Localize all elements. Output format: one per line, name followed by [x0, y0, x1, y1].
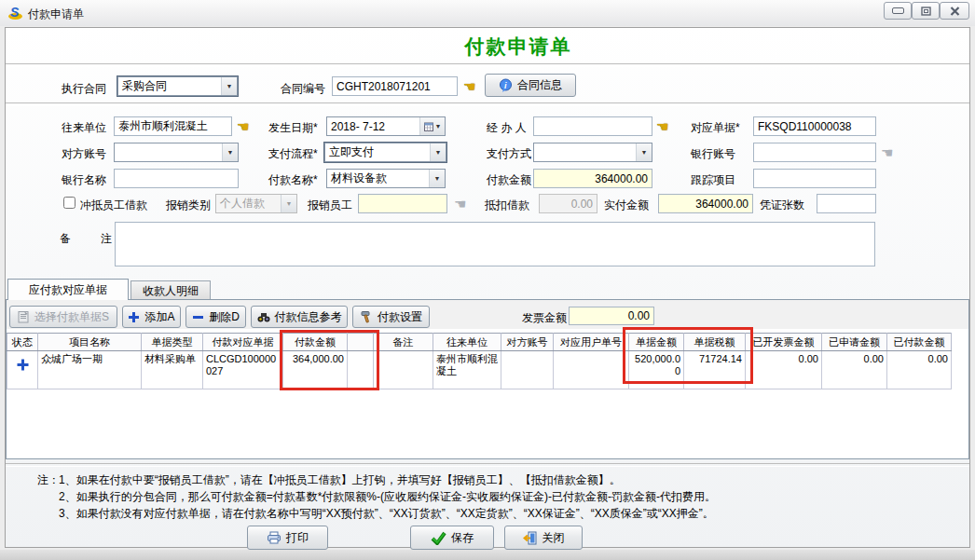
- cell-pay-amount[interactable]: 364,000.00: [283, 351, 348, 389]
- contract-info-button[interactable]: i 合同信息: [485, 74, 576, 97]
- partner-unit-input[interactable]: [114, 116, 232, 136]
- col-user-doc-no[interactable]: 对应用户单号: [554, 334, 629, 351]
- hand-picker-icon[interactable]: ☚: [463, 79, 475, 93]
- cell-remark[interactable]: [374, 351, 433, 389]
- ref-doc-input[interactable]: [753, 116, 876, 136]
- track-project-label: 跟踪项目: [691, 172, 735, 188]
- pay-name-select[interactable]: 材料设备款 ▼: [326, 169, 446, 188]
- calendar-icon: [424, 122, 433, 131]
- minimize-button[interactable]: [884, 2, 912, 20]
- exec-contract-select[interactable]: 采购合同 ▼: [117, 76, 238, 96]
- col-remark[interactable]: 备注: [374, 334, 433, 351]
- cell-user-doc-no[interactable]: [554, 351, 629, 389]
- handler-input[interactable]: [533, 116, 652, 136]
- minus-icon: [192, 311, 204, 323]
- pay-flow-label: 支付流程*: [268, 146, 318, 162]
- pay-settings-button[interactable]: 付款设置: [352, 306, 430, 328]
- chevron-down-icon: ▼: [221, 77, 237, 95]
- cell-counter-account[interactable]: [501, 351, 554, 389]
- col-project-name[interactable]: 项目名称: [38, 334, 142, 351]
- cell-doc-type[interactable]: 材料采购单: [142, 351, 203, 389]
- row-status-cell[interactable]: [7, 351, 38, 389]
- bank-name-input[interactable]: [114, 169, 239, 188]
- occur-date-picker[interactable]: 2018- 7-12 ▼: [326, 116, 446, 136]
- cell-doc-amount[interactable]: 520,000.00: [629, 351, 684, 389]
- col-paid-amount[interactable]: 已付款金额: [887, 334, 952, 351]
- invoice-amount-input[interactable]: [569, 307, 654, 325]
- col-blank[interactable]: [348, 334, 374, 351]
- tab-payable-docs[interactable]: 应付款对应单据: [7, 279, 129, 300]
- col-status[interactable]: 状态: [7, 334, 38, 351]
- bank-account-input[interactable]: [753, 143, 876, 162]
- pay-method-label: 支付方式: [487, 146, 531, 162]
- close-button[interactable]: [940, 2, 969, 20]
- divider: [6, 463, 969, 467]
- close-form-button[interactable]: 关闭: [504, 526, 583, 550]
- table-row[interactable]: 众城广场一期 材料采购单 CLCGD100000027 364,000.00 泰…: [7, 351, 952, 389]
- col-pay-amount[interactable]: 付款金额: [283, 334, 348, 351]
- window-titlebar: S 付款申请单: [0, 0, 975, 26]
- payment-request-window: S 付款申请单 付款申请单 执行合同 采购合同 ▼ 合同编号 ☚: [0, 0, 975, 560]
- chevron-down-icon: ▼: [281, 195, 296, 212]
- pay-flow-value: 立即支付: [329, 144, 374, 160]
- pay-info-ref-button[interactable]: 付款信息参考: [251, 306, 348, 328]
- offset-employee-loan-checkbox[interactable]: [63, 197, 76, 209]
- offset-employee-loan-label: 冲抵员工借款: [80, 198, 147, 213]
- bank-account-label: 银行账号: [691, 146, 735, 162]
- divider: [6, 63, 969, 67]
- cell-invoiced-amount[interactable]: 0.00: [746, 351, 822, 389]
- track-project-input[interactable]: [753, 169, 876, 188]
- chevron-down-icon: ▼: [636, 143, 652, 161]
- restore-button[interactable]: [912, 2, 940, 20]
- actual-pay-amount-input[interactable]: [658, 194, 753, 213]
- binoculars-icon: [257, 311, 270, 323]
- chevron-down-icon: ▼: [429, 170, 445, 187]
- col-doc-type[interactable]: 单据类型: [142, 334, 203, 351]
- col-requested-amount[interactable]: 已申请金额: [822, 334, 887, 351]
- occur-date-value: 2018- 7-12: [331, 120, 385, 133]
- cell-paid-amount[interactable]: 0.00: [887, 351, 952, 389]
- col-partner-unit[interactable]: 往来单位: [433, 334, 501, 351]
- divider: [6, 102, 969, 106]
- cell-pay-ref-doc[interactable]: CLCGD100000027: [203, 351, 283, 389]
- col-doc-tax[interactable]: 单据税额: [684, 334, 746, 351]
- save-label: 保存: [451, 530, 474, 546]
- col-pay-ref-doc[interactable]: 付款对应单据: [203, 334, 283, 351]
- pay-flow-select[interactable]: 立即支付 ▼: [324, 143, 446, 162]
- expense-employee-input[interactable]: [358, 194, 447, 213]
- pay-amount-input[interactable]: [533, 169, 652, 188]
- hand-picker-icon[interactable]: ☚: [656, 119, 668, 133]
- chevron-down-icon: ▼: [222, 143, 238, 161]
- remark-label: 备 注: [60, 231, 121, 247]
- save-button[interactable]: 保存: [410, 526, 494, 550]
- contract-no-input[interactable]: [332, 76, 458, 96]
- counter-account-label: 对方账号: [62, 146, 106, 162]
- cell-doc-tax[interactable]: 71724.14: [684, 351, 746, 389]
- counter-account-select[interactable]: ▼: [114, 143, 239, 162]
- print-button[interactable]: 打印: [247, 526, 328, 550]
- voucher-count-label: 凭证张数: [760, 198, 804, 213]
- cell-project-name[interactable]: 众城广场一期: [38, 351, 142, 389]
- hammer-icon: [360, 310, 373, 323]
- tab-payee-details[interactable]: 收款人明细: [130, 280, 211, 300]
- cell-partner-unit[interactable]: 泰州市顺利混凝土: [433, 351, 501, 389]
- cell-blank[interactable]: [348, 351, 374, 389]
- deduct-loan-input: [539, 194, 597, 213]
- col-counter-account[interactable]: 对方账号: [501, 334, 554, 351]
- voucher-count-input[interactable]: [817, 194, 876, 213]
- cell-requested-amount[interactable]: 0.00: [822, 351, 887, 389]
- remark-textarea[interactable]: [115, 222, 875, 266]
- delete-button[interactable]: 删除D: [185, 306, 246, 328]
- payable-docs-table: 状态 项目名称 单据类型 付款对应单据 付款金额 备注 往来单位 对方账号 对应…: [7, 333, 952, 389]
- chevron-down-icon: ▼: [430, 143, 446, 161]
- hand-picker-icon[interactable]: ☚: [237, 119, 249, 133]
- exit-door-icon: [523, 531, 538, 545]
- printer-icon: [267, 531, 282, 544]
- add-button[interactable]: 添加A: [122, 306, 181, 328]
- app-icon: S: [7, 5, 23, 20]
- table-header-row: 状态 项目名称 单据类型 付款对应单据 付款金额 备注 往来单位 对方账号 对应…: [7, 334, 952, 351]
- col-invoiced-amount[interactable]: 已开发票金额: [746, 334, 822, 351]
- page-title: 付款申请单: [0, 34, 975, 60]
- pay-method-select[interactable]: ▼: [533, 143, 652, 162]
- col-doc-amount[interactable]: 单据金额: [629, 334, 684, 351]
